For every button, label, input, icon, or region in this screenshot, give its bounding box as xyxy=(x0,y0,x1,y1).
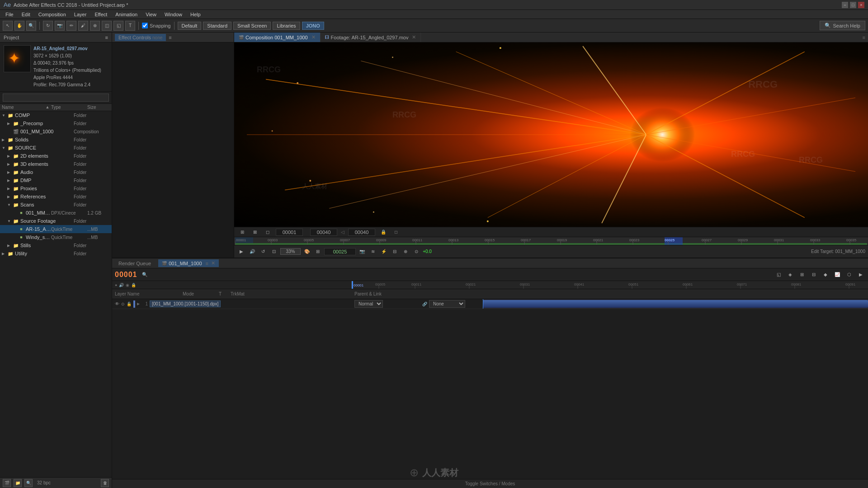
new-composition-button[interactable]: 🎬 xyxy=(3,479,11,487)
menu-view[interactable]: View xyxy=(142,11,160,18)
tree-item-audio[interactable]: ▶ 📁 Audio Folder xyxy=(0,168,112,176)
tool-clone[interactable]: ⊕ xyxy=(90,21,100,31)
preview-resolution-button[interactable]: ⊡ xyxy=(269,247,278,256)
tree-item-dpx[interactable]: ■ 001_MM_1.dpx DPX/Cinece 1.2 GB xyxy=(0,209,112,217)
layer-lock-icon[interactable]: 🔓 xyxy=(127,302,132,306)
snapping-checkbox[interactable] xyxy=(142,23,148,28)
tree-item-windymov[interactable]: ■ Windy_s...mov QuickTime ...MB xyxy=(0,233,112,241)
tree-item-refs[interactable]: ▶ 📁 References Folder xyxy=(0,192,112,201)
layer-track-area[interactable] xyxy=(483,299,868,309)
search-help-button[interactable]: 🔍 Search Help xyxy=(820,21,865,30)
tree-item-001mm1000[interactable]: 🎬 001_MM_1000 Composition xyxy=(0,127,112,136)
viewer-toggle-btn-2[interactable]: ⊠ xyxy=(250,228,259,237)
tool-eraser[interactable]: ◫ xyxy=(102,21,112,31)
tl-graph-btn[interactable]: 📈 xyxy=(833,270,842,279)
workspace-small-screen[interactable]: Small Screen xyxy=(233,22,271,30)
composition-tab[interactable]: 🎬 Composition 001_MM_1000 ✕ xyxy=(234,33,321,42)
motion-blur-button[interactable]: ≋ xyxy=(368,247,377,256)
timeline-comp-tab[interactable]: 🎬 001_MM_1000 ≡ ✕ xyxy=(158,259,219,267)
active-workspace-badge[interactable]: JONO xyxy=(302,22,324,30)
menu-edit[interactable]: Edit xyxy=(18,11,34,18)
menu-help[interactable]: Help xyxy=(187,11,204,18)
current-time-display[interactable]: 00001 xyxy=(115,271,137,279)
tool-pen[interactable]: ✏ xyxy=(66,21,76,31)
tool-brush[interactable]: 🖌 xyxy=(78,21,88,31)
viewer-safe-button[interactable]: □ xyxy=(392,228,401,237)
tool-select[interactable]: ↖ xyxy=(3,21,13,31)
tl-render-btn[interactable]: ▶ xyxy=(856,270,865,279)
footage-tab-close[interactable]: ✕ xyxy=(412,34,416,40)
comp-ctrl-btn-3[interactable]: ⊙ xyxy=(412,247,421,256)
preview-loop-button[interactable]: ↺ xyxy=(259,247,268,256)
footage-tab[interactable]: 🎞 Footage: AR-15_Angled_0297.mov ✕ xyxy=(321,33,421,42)
timecode-end-display[interactable]: 00040 xyxy=(310,229,337,236)
comp-tab-close[interactable]: ✕ xyxy=(211,260,215,266)
draft-button[interactable]: ⚡ xyxy=(379,247,388,256)
effect-controls-menu[interactable]: ≡ xyxy=(169,35,171,40)
tree-item-source[interactable]: ▼ 📁 SOURCE Folder xyxy=(0,144,112,152)
tree-item-utility[interactable]: ▶ 📁 Utility Folder xyxy=(0,249,112,258)
tree-item-3d[interactable]: ▶ 📁 3D elements Folder xyxy=(0,160,112,168)
workspace-libraries[interactable]: Libraries xyxy=(273,22,300,30)
comp-ctrl-btn-4[interactable]: +0.0 xyxy=(423,247,432,256)
preview-play-button[interactable]: ▶ xyxy=(237,247,246,256)
layer-solo-icon[interactable]: ⊙ xyxy=(121,302,125,306)
tl-search-button[interactable]: 🔍 xyxy=(140,270,149,279)
layer-name[interactable]: [001_MM_1000.[1001-1150].dpx] xyxy=(150,300,221,307)
tool-rotate[interactable]: ↻ xyxy=(43,21,53,31)
workspace-default[interactable]: Default xyxy=(178,22,202,30)
tree-item-solids[interactable]: ▶ 📁 Solids Folder xyxy=(0,136,112,144)
tl-mask-btn[interactable]: ⬡ xyxy=(844,270,854,279)
menu-file[interactable]: File xyxy=(2,11,17,18)
viewer-toggle-btn-1[interactable]: ⊞ xyxy=(238,228,247,237)
tree-item-precomp[interactable]: ▶ 📁 _Precomp Folder xyxy=(0,119,112,127)
tl-paste-btn[interactable]: ⊟ xyxy=(809,270,818,279)
preview-channels-button[interactable]: 🎨 xyxy=(302,247,311,256)
file-tree[interactable]: ▼ 📁 COMP Folder ▶ 📁 _Precomp Folder 🎬 00… xyxy=(0,111,112,477)
timecode-start-display[interactable]: 00001 xyxy=(276,229,303,236)
tree-item-stills[interactable]: ▶ 📁 Stills Folder xyxy=(0,241,112,249)
menu-effect[interactable]: Effect xyxy=(91,11,111,18)
zoom-level[interactable]: 33% xyxy=(280,248,301,255)
tree-item-ar15mov[interactable]: ■ AR-15_A...mov QuickTime ...MB xyxy=(0,225,112,233)
minimize-button[interactable]: − xyxy=(842,2,848,8)
comp-ctrl-btn-2[interactable]: ⊕ xyxy=(401,247,410,256)
render-queue-label[interactable]: Render Queue xyxy=(115,260,155,267)
tree-item-dmp[interactable]: ▶ 📁 DMP Folder xyxy=(0,176,112,184)
current-timecode[interactable]: 00025 xyxy=(324,248,356,255)
tree-item-2d[interactable]: ▶ 📁 2D elements Folder xyxy=(0,152,112,160)
project-panel-menu-icon[interactable]: ≡ xyxy=(105,35,108,40)
project-search-input[interactable] xyxy=(3,94,109,102)
layer-parent-select[interactable]: None xyxy=(429,300,465,308)
delete-button[interactable]: 🗑 xyxy=(101,479,109,487)
new-folder-button[interactable]: 📁 xyxy=(14,479,22,487)
viewer-lock-button[interactable]: 🔒 xyxy=(379,228,388,237)
comp-timeline-ruler[interactable]: 00001 00003 00005 00007 00009 00011 0001… xyxy=(234,237,868,245)
comp-tab-close[interactable]: ✕ xyxy=(311,34,316,40)
tool-text[interactable]: T xyxy=(125,21,135,31)
menu-window[interactable]: Window xyxy=(161,11,186,18)
maximize-button[interactable]: □ xyxy=(850,2,856,8)
tool-zoom[interactable]: 🔍 xyxy=(26,21,36,31)
menu-animation[interactable]: Animation xyxy=(112,11,141,18)
tool-hand[interactable]: ✋ xyxy=(14,21,24,31)
tree-item-srcfootage[interactable]: ▼ 📁 Source Footage Folder xyxy=(0,217,112,225)
effect-controls-tab[interactable]: Effect Controls none xyxy=(115,34,166,41)
preview-regions-button[interactable]: ⊞ xyxy=(313,247,322,256)
find-button[interactable]: 🔍 xyxy=(24,479,33,487)
tree-item-proxies[interactable]: ▶ 📁 Proxies Folder xyxy=(0,184,112,192)
layer-visibility-icon[interactable]: 👁 xyxy=(115,301,119,306)
tl-keyframe-btn[interactable]: ◆ xyxy=(821,270,830,279)
viewer-tab-menu[interactable]: ≡ xyxy=(863,35,865,40)
close-button[interactable]: × xyxy=(858,2,864,8)
tool-shape[interactable]: ◱ xyxy=(113,21,123,31)
tree-item-scans[interactable]: ▼ 📁 Scans Folder xyxy=(0,201,112,209)
comp-ctrl-btn-1[interactable]: ⊟ xyxy=(390,247,399,256)
comp-tab-menu[interactable]: ≡ xyxy=(206,261,208,266)
layer-expand-arrow[interactable]: ▶ xyxy=(137,302,140,306)
tl-copy-btn[interactable]: ⊞ xyxy=(797,270,807,279)
tree-item-comp[interactable]: ▼ 📁 COMP Folder xyxy=(0,111,112,119)
viewer-toggle-btn-3[interactable]: ◻ xyxy=(263,228,272,237)
tl-solo-btn[interactable]: ◈ xyxy=(786,270,795,279)
tool-camera[interactable]: 📷 xyxy=(55,21,65,31)
